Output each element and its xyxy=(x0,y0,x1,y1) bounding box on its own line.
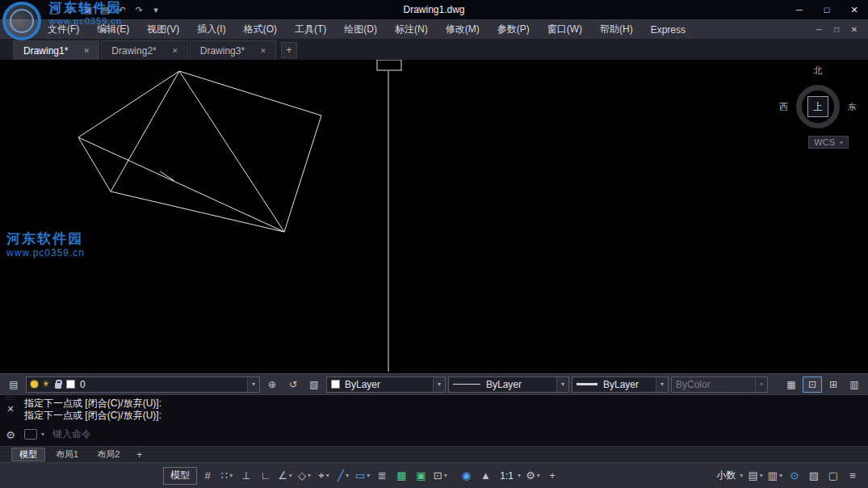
menu-item-1[interactable]: 编辑(E) xyxy=(88,20,138,39)
command-input-row[interactable]: ▾ 键入命令 xyxy=(24,427,865,441)
menu-item-7[interactable]: 标注(N) xyxy=(386,20,437,39)
menu-item-3[interactable]: 插入(I) xyxy=(188,20,234,39)
compass-west-label[interactable]: 西 xyxy=(779,101,788,113)
doc-close-button[interactable]: ✕ xyxy=(845,23,863,37)
annotation-visibility-button[interactable]: ◉ xyxy=(457,467,475,485)
menu-item-2[interactable]: 视图(V) xyxy=(138,20,188,39)
chevron-down-icon[interactable]: ▾ xyxy=(41,431,44,438)
new-file-icon[interactable]: ▢ xyxy=(47,2,61,17)
lock-ui-button[interactable]: ▥▾ xyxy=(766,467,784,485)
command-input-placeholder[interactable]: 键入命令 xyxy=(52,427,91,441)
undo-icon[interactable]: ↶ xyxy=(115,2,129,17)
sheet-set-manager-icon[interactable]: ⊞ xyxy=(824,377,843,393)
layout-tab-2[interactable]: 布局2 xyxy=(89,448,128,461)
command-prompt-icon[interactable] xyxy=(24,429,37,440)
menu-item-5[interactable]: 工具(T) xyxy=(286,20,335,39)
drawing-tab-2[interactable]: Drawing3*✕ xyxy=(190,40,276,60)
drawing-canvas[interactable]: 北 南 西 东 上 WCS ▾ 河东软件园 www.pc0359.cn xyxy=(0,60,868,373)
tab-close-icon[interactable]: ✕ xyxy=(81,45,92,57)
doc-restore-button[interactable]: □ xyxy=(828,23,845,37)
close-icon[interactable]: ✕ xyxy=(6,404,14,414)
minimize-button[interactable]: ─ xyxy=(786,0,813,19)
layer-on-bulb-icon[interactable] xyxy=(31,381,38,388)
new-drawing-tab-button[interactable]: + xyxy=(281,42,297,58)
layout-tab-0[interactable]: 模型 xyxy=(11,448,45,461)
chevron-down-icon[interactable]: ▾ xyxy=(247,377,259,392)
menu-item-0[interactable]: 文件(F) xyxy=(39,20,88,39)
lineweight-display-button[interactable]: ≣ xyxy=(373,467,391,485)
new-layout-tab-button[interactable]: + xyxy=(136,449,142,461)
chevron-down-icon[interactable]: ▾ xyxy=(433,377,445,392)
quick-properties-button[interactable]: ▤▾ xyxy=(746,467,764,485)
customization-button[interactable]: ≡ xyxy=(844,467,862,485)
object-snap-tracking-button-glyph: ⌖ xyxy=(318,470,324,481)
annotation-autoscale-button[interactable]: ▲ xyxy=(476,467,494,485)
dynamic-input-button[interactable]: ▭▾ xyxy=(354,467,371,485)
object-color-combo[interactable]: ByLayer ▾ xyxy=(326,377,446,393)
units-button[interactable]: 小数▾ xyxy=(712,467,744,485)
plot-icon[interactable]: ▤ xyxy=(98,2,112,17)
menu-item-8[interactable]: 修改(M) xyxy=(437,20,489,39)
isometric-drafting-button[interactable]: ◇▾ xyxy=(296,467,313,485)
clean-screen-button[interactable]: ▢ xyxy=(824,467,842,485)
doc-minimize-button[interactable]: ─ xyxy=(810,23,828,37)
layout-tab-1[interactable]: 布局1 xyxy=(48,448,86,461)
chevron-down-icon[interactable]: ▾ xyxy=(556,377,568,392)
tool-palettes-icon[interactable]: ▥ xyxy=(845,377,864,393)
maximize-button[interactable]: □ xyxy=(813,0,841,19)
infer-constraints-button[interactable]: ⊥ xyxy=(237,467,255,485)
compass-north-label[interactable]: 北 xyxy=(814,65,823,77)
lineweight-combo[interactable]: ByLayer ▾ xyxy=(572,377,669,393)
menu-item-10[interactable]: 窗口(W) xyxy=(539,20,591,39)
menu-item-4[interactable]: 格式(O) xyxy=(235,20,286,39)
save-file-icon[interactable]: ▣ xyxy=(81,2,95,17)
tab-close-icon[interactable]: ✕ xyxy=(258,45,269,57)
gizmo-button[interactable]: ⊡▾ xyxy=(431,467,449,485)
model-space-button[interactable]: 模型 xyxy=(163,467,197,485)
customize-wrench-icon[interactable]: ⚙ xyxy=(6,429,15,441)
object-snap-tracking-button[interactable]: ⌖▾ xyxy=(315,467,333,485)
qat-dropdown-icon[interactable]: ▾ xyxy=(149,2,163,17)
redo-icon[interactable]: ↷ xyxy=(132,2,146,17)
layer-lock-icon[interactable] xyxy=(55,383,61,389)
wcs-selector[interactable]: WCS ▾ xyxy=(808,136,849,149)
command-window-grip[interactable]: ∷∷ xyxy=(5,396,15,402)
object-snap-button[interactable]: ╱▾ xyxy=(334,467,352,485)
polar-tracking-button[interactable]: ∠▾ xyxy=(276,467,294,485)
transparency-button[interactable]: ▦ xyxy=(392,467,410,485)
tab-close-icon[interactable]: ✕ xyxy=(170,45,181,57)
workspace-switching-button[interactable]: ⚙▾ xyxy=(524,467,542,485)
open-file-icon[interactable]: ▱ xyxy=(64,2,78,17)
layer-thaw-sun-icon[interactable]: ☀ xyxy=(42,380,50,389)
ortho-mode-button[interactable]: ∟ xyxy=(257,467,275,485)
selection-cycling-button[interactable]: ▣ xyxy=(412,467,430,485)
chevron-down-icon: ▾ xyxy=(326,472,329,479)
drawing-tab-0[interactable]: Drawing1*✕ xyxy=(13,40,99,60)
menu-item-11[interactable]: 帮助(H) xyxy=(591,20,642,39)
linetype-combo[interactable]: ByLayer ▾ xyxy=(448,377,569,393)
close-button[interactable]: ✕ xyxy=(841,0,868,19)
chevron-down-icon[interactable]: ▾ xyxy=(656,377,668,392)
layer-properties-manager-icon[interactable]: ▤ xyxy=(4,377,23,393)
layer-combo[interactable]: ☀ 0 ▾ xyxy=(26,377,260,393)
layer-isolate-icon[interactable]: ▧ xyxy=(304,377,324,393)
grid-display-button[interactable]: # xyxy=(199,467,216,485)
annotation-scale-button[interactable]: 1:1▾ xyxy=(496,467,522,485)
properties-palette-icon[interactable]: ⊡ xyxy=(803,377,822,393)
compass-east-label[interactable]: 东 xyxy=(848,101,857,113)
drawing-tab-1[interactable]: Drawing2*✕ xyxy=(101,40,187,60)
layer-color-swatch[interactable] xyxy=(66,380,75,389)
graphics-performance-button[interactable]: ▨ xyxy=(805,467,823,485)
isolate-objects-button[interactable]: ⊙ xyxy=(786,467,803,485)
menu-item-6[interactable]: 绘图(D) xyxy=(335,20,386,39)
compass-center-view[interactable]: 上 xyxy=(807,96,828,117)
menu-item-9[interactable]: 参数(P) xyxy=(489,20,539,39)
layer-previous-icon[interactable]: ↺ xyxy=(283,377,303,393)
make-object-layer-current-icon[interactable]: ⊕ xyxy=(262,377,282,393)
command-line-window[interactable]: ∷∷ ✕ ⚙ 指定下一点或 [闭合(C)/放弃(U)]:指定下一点或 [闭合(C… xyxy=(0,394,868,446)
annotation-monitor-button[interactable]: + xyxy=(543,467,561,485)
model-space-button-label: 模型 xyxy=(168,469,192,482)
list-view-icon[interactable]: ▦ xyxy=(782,377,801,393)
snap-mode-button[interactable]: ∷▾ xyxy=(218,467,236,485)
menu-item-12[interactable]: Express xyxy=(642,20,694,39)
